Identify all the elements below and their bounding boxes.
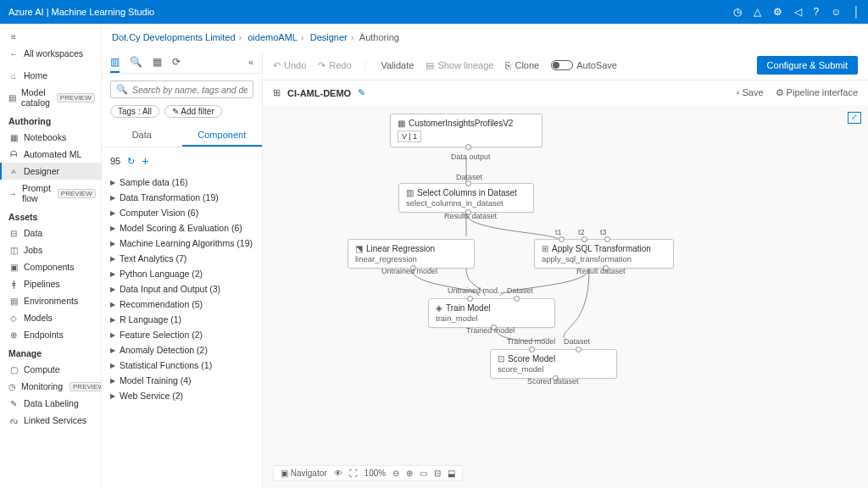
sidebar-item-compute[interactable]: ▢Compute <box>0 361 101 378</box>
sidebar-item-endpoints[interactable]: ⊕Endpoints <box>0 326 101 343</box>
tree-item[interactable]: ▶Anomaly Detection (2) <box>110 342 253 358</box>
tree-item[interactable]: ▶Data Input and Output (3) <box>110 281 253 297</box>
sidebar-item-promptflow[interactable]: →Prompt flowPREVIEW <box>0 180 101 207</box>
search-icon[interactable]: 🔍 <box>130 56 142 68</box>
search-glyph-icon: 🔍 <box>116 84 128 95</box>
sidebar-item-components[interactable]: ▣Components <box>0 258 101 275</box>
refresh-icon[interactable]: ⟳ <box>172 56 181 68</box>
tags-filter[interactable]: Tags : All <box>110 105 159 118</box>
undo-button[interactable]: ↶ Undo <box>273 60 306 71</box>
tree-item[interactable]: ▶R Language (1) <box>110 312 253 327</box>
collapse-panel-icon[interactable]: « <box>248 57 253 67</box>
crumb-current: Authoring <box>359 32 399 42</box>
submit-button[interactable]: Configure & Submit <box>757 56 858 75</box>
layout-icon[interactable]: ⊟ <box>434 469 441 478</box>
sidebar-item-pipelines[interactable]: ǂPipelines <box>0 275 101 292</box>
sidebar-item-automl[interactable]: ᗩAutomated ML <box>0 146 101 163</box>
node-customerinsights[interactable]: ▦CustomerInsightsProfilesV2 V | 1 <box>390 114 542 147</box>
grid-icon[interactable]: ▦ <box>153 56 162 68</box>
node-train-model[interactable]: ◈Train Model train_model <box>428 298 555 328</box>
edit-name-icon[interactable]: ✎ <box>358 87 365 98</box>
megaphone-icon[interactable]: ◁ <box>794 6 802 18</box>
tree-item[interactable]: ▶Computer Vision (6) <box>110 205 253 220</box>
score-icon: ⊡ <box>498 354 504 363</box>
dataset-icon: ▦ <box>398 119 405 128</box>
tree-item[interactable]: ▶Machine Learning Algorithms (19) <box>110 236 253 251</box>
bell-icon[interactable]: △ <box>754 6 761 18</box>
node-linear-regression[interactable]: ⬔Linear Regression linear_regression <box>348 239 475 269</box>
sidebar-item-designer[interactable]: ஃDesigner <box>0 163 101 180</box>
node-apply-sql[interactable]: ⊞Apply SQL Transformation apply_sql_tran… <box>534 239 674 269</box>
sidebar-item-linked[interactable]: ᔔLinked Services <box>0 412 101 429</box>
library-icon[interactable]: ▥ <box>110 56 120 73</box>
crumb-designer[interactable]: Designer <box>310 32 348 42</box>
chevron-right-icon: ▶ <box>110 255 115 263</box>
chevron-right-icon: ▶ <box>110 270 115 278</box>
sidebar-item-labeling[interactable]: ✎Data Labeling <box>0 395 101 412</box>
top-bar: Azure AI | Machine Learning Studio ◷ △ ⚙… <box>0 0 868 24</box>
tree-item[interactable]: ▶Text Analytics (7) <box>110 251 253 266</box>
zoom-in-icon[interactable]: ⊕ <box>406 469 413 478</box>
lineage-button[interactable]: ▤ Show lineage <box>426 60 493 71</box>
sidebar-item-notebooks[interactable]: ▦Notebooks <box>0 129 101 146</box>
zoom-out-icon[interactable]: ⊖ <box>392 469 399 478</box>
tab-data[interactable]: Data <box>102 125 182 147</box>
chevron-right-icon: ▶ <box>110 347 115 354</box>
section-assets: Assets <box>0 207 101 225</box>
tree-item[interactable]: ▶Statistical Functions (1) <box>110 358 253 373</box>
tree-item[interactable]: ▶Feature Selection (2) <box>110 327 253 342</box>
pipeline-interface-button[interactable]: ⚙ Pipeline interface <box>776 87 858 98</box>
chevron-right-icon: ▶ <box>110 209 115 217</box>
node-score-model[interactable]: ⊡Score Model score_model <box>490 349 617 379</box>
face-icon[interactable]: ☺ <box>831 6 841 18</box>
fit-icon[interactable]: ⛶ <box>349 469 358 478</box>
link-icon: ᔔ <box>8 416 19 425</box>
app-title: Azure AI | Machine Learning Studio <box>8 7 154 17</box>
clock-icon[interactable]: ◷ <box>733 6 742 18</box>
sidebar-item-models[interactable]: ◇Models <box>0 309 101 326</box>
eye-icon[interactable]: 👁 <box>334 469 342 478</box>
expand-icon[interactable]: ⤢ <box>848 112 861 124</box>
tree-item[interactable]: ▶Model Training (4) <box>110 373 253 388</box>
search-input[interactable] <box>132 85 248 95</box>
tree-item[interactable]: ▶Sample data (16) <box>110 175 253 190</box>
tree-item[interactable]: ▶Recommendation (5) <box>110 297 253 312</box>
bottom-toolbar: ▣ Navigator 👁 ⛶ 100% ⊖ ⊕ ▭ ⊟ ⬓ <box>273 465 463 481</box>
sidebar-item-jobs[interactable]: ◫Jobs <box>0 241 101 258</box>
select-icon[interactable]: ▭ <box>420 469 427 478</box>
crumb-ws[interactable]: oidemoAML <box>248 32 298 42</box>
crumb-org[interactable]: Dot.Cy Developments Limited <box>112 32 236 42</box>
tree-item[interactable]: ▶Web Service (2) <box>110 388 253 403</box>
tree-item[interactable]: ▶Model Scoring & Evaluation (6) <box>110 220 253 236</box>
clone-button[interactable]: ⎘ Clone <box>505 60 539 70</box>
search-input-wrapper[interactable]: 🔍 <box>110 80 253 98</box>
save-button[interactable]: ▫ Save <box>737 87 764 98</box>
add-component-button[interactable]: + <box>142 154 148 168</box>
validate-button[interactable]: Validate <box>381 60 414 70</box>
chevron-right-icon: ▶ <box>110 179 115 186</box>
tree-item[interactable]: ▶Python Language (2) <box>110 266 253 281</box>
node-select-columns[interactable]: ▥Select Columns in Dataset select_column… <box>398 183 534 213</box>
tab-component[interactable]: Component <box>182 125 263 147</box>
sidebar-item-monitoring[interactable]: ◷MonitoringPREVIEW <box>0 378 101 395</box>
refresh-count-icon[interactable]: ↻ <box>127 156 135 167</box>
monitor-icon: ◷ <box>8 382 16 391</box>
compute-icon: ▢ <box>8 365 19 374</box>
gear-icon[interactable]: ⚙ <box>773 6 782 18</box>
redo-button[interactable]: ↷ Redo <box>318 60 351 71</box>
sidebar-item-data[interactable]: ⊟Data <box>0 225 101 241</box>
canvas[interactable]: ⤢ ▦CustomerInsightsProfilesV2 V | 1 <box>263 105 868 488</box>
add-filter-button[interactable]: ✎ Add filter <box>164 105 222 118</box>
help-icon[interactable]: ? <box>814 6 820 18</box>
chevron-right-icon: ▶ <box>110 194 115 202</box>
hamburger-icon[interactable]: ≡ <box>0 29 101 45</box>
sidebar-item-environments[interactable]: ▤Environments <box>0 292 101 309</box>
sidebar-back[interactable]: ←All workspaces <box>0 45 101 62</box>
chevron-right-icon: ▶ <box>110 377 115 385</box>
autosave-toggle[interactable]: AutoSave <box>551 60 617 70</box>
sidebar-item-home[interactable]: ⌂Home <box>0 67 101 84</box>
tree-item[interactable]: ▶Data Transformation (19) <box>110 190 253 205</box>
download-icon[interactable]: ⬓ <box>448 469 455 478</box>
sidebar-item-model-catalog[interactable]: ▤Model catalogPREVIEW <box>0 84 101 111</box>
navigator-button[interactable]: ▣ Navigator <box>281 469 327 478</box>
